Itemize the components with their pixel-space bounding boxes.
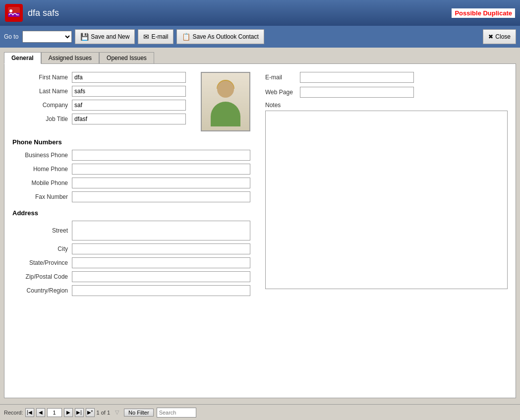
mobile-phone-label: Mobile Phone <box>12 180 72 186</box>
street-row: Street <box>12 221 250 240</box>
state-row: State/Province <box>12 257 250 268</box>
save-and-new-button[interactable]: 💾 Save and New <box>75 29 135 44</box>
country-label: Country/Region <box>12 287 72 294</box>
outlook-icon: 📋 <box>182 33 190 41</box>
street-input[interactable] <box>72 221 250 240</box>
form-right: E-mail Web Page Notes <box>265 72 508 299</box>
email-label: E-mail <box>265 74 300 81</box>
webpage-input[interactable] <box>300 87 414 98</box>
webpage-row: Web Page <box>265 87 508 98</box>
fax-number-label: Fax Number <box>12 193 72 200</box>
close-button[interactable]: ✖ Close <box>483 29 516 44</box>
first-name-input[interactable] <box>72 72 186 83</box>
avatar-body <box>211 102 240 126</box>
business-phone-input[interactable] <box>72 150 250 161</box>
search-input[interactable] <box>157 408 196 418</box>
record-label: Record: <box>4 410 23 416</box>
svg-point-2 <box>9 9 12 12</box>
last-name-row: Last Name <box>12 86 186 97</box>
avatar-head <box>217 81 234 98</box>
home-phone-input[interactable] <box>72 164 250 175</box>
home-phone-label: Home Phone <box>12 166 72 173</box>
last-record-button[interactable]: ▶| <box>75 408 84 417</box>
new-record-button[interactable]: ▶* <box>86 408 95 417</box>
city-row: City <box>12 243 250 254</box>
app-icon <box>5 4 23 22</box>
job-title-row: Job Title <box>12 114 186 124</box>
notes-section: Notes <box>265 102 508 291</box>
zip-row: Zip/Postal Code <box>12 271 250 282</box>
no-filter-button[interactable]: No Filter <box>124 409 154 417</box>
status-bar: Record: |◀ ◀ ▶ ▶| ▶* 1 of 1 ▽ No Filter <box>0 404 520 420</box>
tab-bar: General Assigned Issues Opened Issues <box>4 52 516 63</box>
goto-label: Go to <box>4 33 18 40</box>
business-phone-row: Business Phone <box>12 150 250 161</box>
toolbar: Go to 💾 Save and New ✉ E-mail 📋 Save As … <box>0 26 520 48</box>
first-name-row: First Name <box>12 72 186 83</box>
top-fields: First Name Last Name Company Job Ti <box>12 72 250 131</box>
form-left: First Name Last Name Company Job Ti <box>12 72 250 299</box>
company-label: Company <box>12 102 72 109</box>
country-row: Country/Region <box>12 285 250 296</box>
first-record-button[interactable]: |◀ <box>25 408 34 417</box>
state-label: State/Province <box>12 259 72 266</box>
city-label: City <box>12 245 72 252</box>
save-as-outlook-button[interactable]: 📋 Save As Outlook Contact <box>176 29 264 44</box>
tab-assigned-issues[interactable]: Assigned Issues <box>41 52 99 64</box>
tab-opened-issues[interactable]: Opened Issues <box>99 52 154 64</box>
app-title: dfa safs <box>28 8 447 18</box>
address-header: Address <box>12 209 250 217</box>
country-input[interactable] <box>72 285 250 296</box>
close-icon: ✖ <box>488 33 493 40</box>
record-count: 1 of 1 <box>97 410 111 416</box>
record-number-input[interactable] <box>47 408 62 417</box>
save-new-icon: 💾 <box>80 33 89 41</box>
avatar-figure <box>206 77 245 126</box>
company-row: Company <box>12 100 186 111</box>
city-input[interactable] <box>72 243 250 254</box>
phone-numbers-header: Phone Numbers <box>12 138 250 146</box>
business-phone-label: Business Phone <box>12 152 72 159</box>
first-name-label: First Name <box>12 74 72 81</box>
goto-dropdown[interactable] <box>22 31 72 43</box>
fax-number-input[interactable] <box>72 191 250 202</box>
main-content: General Assigned Issues Opened Issues Fi… <box>0 48 520 404</box>
email-icon: ✉ <box>143 33 149 41</box>
form-section: First Name Last Name Company Job Ti <box>12 72 508 299</box>
prev-record-button[interactable]: ◀ <box>36 408 45 417</box>
home-phone-row: Home Phone <box>12 164 250 175</box>
notes-textarea[interactable] <box>265 111 508 289</box>
company-input[interactable] <box>72 100 186 111</box>
email-input[interactable] <box>300 72 414 83</box>
mobile-phone-row: Mobile Phone <box>12 178 250 188</box>
mobile-phone-input[interactable] <box>72 178 250 188</box>
avatar-image <box>202 73 249 130</box>
email-row: E-mail <box>265 72 508 83</box>
email-button[interactable]: ✉ E-mail <box>138 29 173 44</box>
fax-number-row: Fax Number <box>12 191 250 202</box>
job-title-label: Job Title <box>12 116 72 122</box>
notes-label: Notes <box>265 102 508 109</box>
webpage-label: Web Page <box>265 89 300 96</box>
state-input[interactable] <box>72 257 250 268</box>
last-name-label: Last Name <box>12 88 72 95</box>
form-panel: First Name Last Name Company Job Ti <box>4 63 516 398</box>
tab-general[interactable]: General <box>4 52 41 64</box>
zip-label: Zip/Postal Code <box>12 273 72 280</box>
title-bar: dfa safs Possible Duplicate <box>0 0 520 26</box>
next-record-button[interactable]: ▶ <box>64 408 73 417</box>
street-label: Street <box>12 227 72 234</box>
record-navigation: Record: |◀ ◀ ▶ ▶| ▶* 1 of 1 <box>4 408 110 417</box>
zip-input[interactable] <box>72 271 250 282</box>
last-name-input[interactable] <box>72 86 186 97</box>
possible-duplicate-badge: Possible Duplicate <box>452 8 515 18</box>
name-fields: First Name Last Name Company Job Ti <box>12 72 186 131</box>
avatar <box>201 72 250 131</box>
job-title-input[interactable] <box>72 114 186 124</box>
